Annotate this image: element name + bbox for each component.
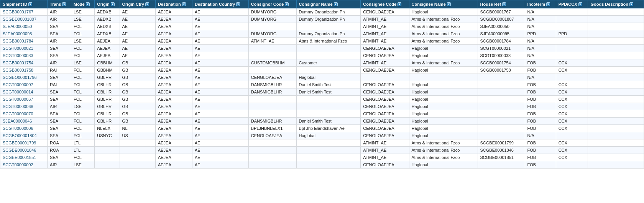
cell-origin_ctry: AE [120, 8, 155, 16]
cell-consignor_code: ATMINT_AE [248, 38, 296, 45]
cell-ppd_ccx [556, 16, 588, 23]
filter-icon-house_ref[interactable]: ▼ [502, 2, 506, 6]
filter-icon-mode[interactable]: ▼ [86, 2, 90, 6]
col-header-destination_country[interactable]: Destination Country▼ [192, 0, 249, 8]
table-row[interactable]: SCGT00000070SEAFCLGBLHRGBAEJEAAECENGLOAE… [0, 110, 644, 118]
filter-icon-consignor_name[interactable]: ▼ [334, 2, 338, 6]
table-row[interactable]: SJEA00000050SEAFCLAEDXBAEAEJEAAEATMINT_A… [0, 23, 644, 30]
col-header-origin[interactable]: Origin▼ [95, 0, 120, 8]
table-row[interactable]: SCGB00001754AIRLSEGBBHMGBAEJEAAECUSTOMGB… [0, 59, 644, 67]
filter-icon-origin_ctry[interactable]: ▼ [145, 2, 149, 6]
table-row[interactable]: SCGB00001784AIRLSEAEJEAAEAEJEAAEATMINT_A… [0, 38, 644, 45]
col-header-ppd_ccx[interactable]: PPD/CCX▼ [556, 0, 588, 8]
cell-ppd_ccx: CCX [556, 139, 588, 147]
cell-incoterm: N/A [525, 38, 556, 45]
cell-house_ref [478, 118, 525, 125]
table-row[interactable]: SCGBE00001846ROALTLAEJEAAEATMINT_AEAtms … [0, 147, 644, 154]
cell-trans: ROA [48, 139, 71, 147]
col-header-consignor_code[interactable]: Consignor Code▼ [248, 0, 296, 8]
cell-origin_ctry: GB [120, 118, 155, 125]
col-header-consignee_name[interactable]: Consignee Name▼ [409, 0, 478, 8]
col-header-trans[interactable]: Trans▼ [48, 0, 71, 8]
col-header-mode[interactable]: Mode▼ [71, 0, 94, 8]
cell-consignor_name: Daniel Smith Test [296, 88, 361, 96]
cell-goods_description [588, 139, 644, 147]
cell-house_ref: SCGBE00001799 [478, 139, 525, 147]
col-label-destination: Destination [158, 2, 181, 7]
table-row[interactable]: SCGB00001767AIRLSEAEDXBAEAEJEAAEDUMMYORG… [0, 8, 644, 16]
table-row[interactable]: SCGB00001758RAIFCLGBBHMGBAEJEAAECENGLOAE… [0, 67, 644, 74]
filter-icon-consignee_code[interactable]: ▼ [398, 2, 401, 6]
cell-consignor_code [248, 110, 296, 118]
cell-destination: AEJEA [155, 38, 192, 45]
cell-consignor_name: Dummy Organization Ph [296, 8, 361, 16]
cell-destination: AEJEA [155, 139, 192, 147]
col-header-goods_description[interactable]: Goods Description▼ [588, 0, 644, 8]
table-row[interactable]: SCGT00000006SEAFCLNLELXNLAEJEAAEBPLJHBNL… [0, 125, 644, 132]
table-row[interactable]: SCGT00000068AIRLSEGBLHRGBAEJEAAECENGLOAE… [0, 103, 644, 110]
table-row[interactable]: SCGT00000014SEAFCLGBLHRGBAEJEAAEDANSMIGB… [0, 88, 644, 96]
cell-origin: NLELX [95, 125, 120, 132]
filter-icon-ppd_ccx[interactable]: ▼ [578, 2, 582, 6]
filter-icon-incoterm[interactable]: ▼ [546, 2, 550, 6]
cell-trans: SEA [48, 125, 71, 132]
cell-ppd_ccx [556, 74, 588, 81]
filter-icon-goods_description[interactable]: ▼ [629, 2, 633, 6]
cell-shipment_id: SCGBE00001846 [0, 147, 48, 154]
cell-shipment_id: SJEA00000046 [0, 118, 48, 125]
col-header-consignor_name[interactable]: Consignor Name▼ [296, 0, 361, 8]
col-label-consignee_name: Consignee Name [412, 2, 446, 7]
cell-house_ref: SCGB00001767 [478, 8, 525, 16]
col-header-shipment_id[interactable]: Shipment ID▼ [0, 0, 48, 8]
cell-consignee_name: Haglobal [409, 110, 478, 118]
cell-mode: FCL [71, 52, 94, 59]
cell-origin: GBLHR [95, 96, 120, 103]
cell-mode: FCL [71, 81, 94, 88]
filter-icon-destination_country[interactable]: ▼ [236, 2, 240, 6]
table-row[interactable]: SCGT00000021SEAFCLAEJEAAEAEJEAAECENGLOAE… [0, 45, 644, 52]
col-header-incoterm[interactable]: Incoterm▼ [525, 0, 556, 8]
table-row[interactable]: SCGBD00001807AIRLSEAEDXBAEAEJEAAEDUMMYOR… [0, 16, 644, 23]
table-row[interactable]: SCGBE00001851SEAFCLAEJEAAEATMINT_AEAtms … [0, 154, 644, 161]
filter-icon-consignee_name[interactable]: ▼ [447, 2, 451, 6]
table-row[interactable]: SJEA00000046SEAFCLGBLHRGBAEJEAAEDANSMIGB… [0, 118, 644, 125]
cell-consignor_name [296, 147, 361, 154]
cell-ppd_ccx: CCX [556, 110, 588, 118]
header-row: Shipment ID▼Trans▼Mode▼Origin▼Origin Ctr… [0, 0, 644, 8]
cell-incoterm: N/A [525, 16, 556, 23]
filter-icon-origin[interactable]: ▼ [111, 2, 115, 6]
table-row[interactable]: SCGT00000033SEAFCLAEJEAAEAEJEAAECENGLOAE… [0, 52, 644, 59]
cell-goods_description [588, 103, 644, 110]
filter-icon-consignor_code[interactable]: ▼ [285, 2, 289, 6]
col-label-incoterm: Incoterm [527, 2, 545, 7]
table-row[interactable]: SCGT00000067SEAFCLGBLHRGBAEJEAAECENGLOAE… [0, 96, 644, 103]
cell-destination_country: AE [192, 125, 249, 132]
cell-trans: SEA [48, 96, 71, 103]
table-row[interactable]: SCGT00000002AIRLSEAEJEAAECENGLOAEJEAHagl… [0, 161, 644, 169]
table-row[interactable]: SCGT00000007RAIFCLGBLHRGBAEJEAAEDANSMIGB… [0, 81, 644, 88]
table-row[interactable]: SCGBE00001799ROALTLAEJEAAEATMINT_AEAtms … [0, 139, 644, 147]
cell-goods_description [588, 16, 644, 23]
col-header-consignee_code[interactable]: Consignee Code▼ [361, 0, 409, 8]
filter-icon-trans[interactable]: ▼ [62, 2, 66, 6]
cell-ppd_ccx: CCX [556, 81, 588, 88]
cell-incoterm: FOB [525, 110, 556, 118]
cell-goods_description [588, 74, 644, 81]
cell-ppd_ccx [556, 23, 588, 30]
col-header-house_ref[interactable]: House Ref▼ [478, 0, 525, 8]
table-row[interactable]: SCGBO00001796SEAFCLGBLHRGBAEJEAAECENGLOA… [0, 74, 644, 81]
table-row[interactable]: SCGBO00001804SEAFCLUSNYCUSAEJEAAECENGLOA… [0, 132, 644, 139]
col-label-house_ref: House Ref [480, 2, 501, 7]
cell-ppd_ccx: CCX [556, 96, 588, 103]
cell-consignor_name [296, 23, 361, 30]
table-row[interactable]: SJEA00000095SEAFCLAEDXBAEAEJEAAEDUMMYORG… [0, 30, 644, 38]
cell-ppd_ccx: CCX [556, 125, 588, 132]
cell-destination: AEJEA [155, 125, 192, 132]
filter-icon-shipment_id[interactable]: ▼ [28, 2, 32, 6]
filter-icon-destination[interactable]: ▼ [182, 2, 186, 6]
col-header-destination[interactable]: Destination▼ [155, 0, 192, 8]
col-header-origin_ctry[interactable]: Origin Ctry▼ [120, 0, 155, 8]
cell-house_ref: SCGT00000021 [478, 45, 525, 52]
cell-consignee_code: CENGLOAEJEA [361, 88, 409, 96]
cell-consignor_name [296, 139, 361, 147]
